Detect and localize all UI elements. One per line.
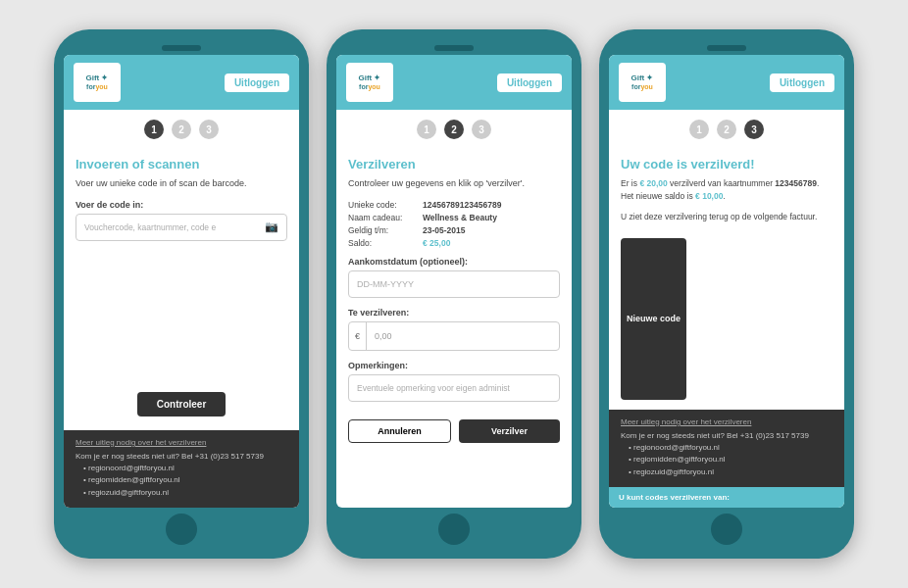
teal-footer-text-3: U kunt codes verzilveren van: xyxy=(619,493,834,502)
teal-footer-3: U kunt codes verzilveren van: xyxy=(609,487,844,508)
cancel-button-2[interactable]: Annuleren xyxy=(348,419,451,443)
logout-button-3[interactable]: Uitloggen xyxy=(770,74,834,92)
footer-calltext-3: Kom je er nog steeds niet uit? Bel +31 (… xyxy=(621,430,832,442)
footer-email2-1: • regiomidden@giftforyou.nl xyxy=(83,474,287,487)
amount-value-2: 0,00 xyxy=(367,325,400,347)
info-row-code: Unieke code: 12456789123456789 xyxy=(348,200,560,210)
remarks-input-2[interactable]: Eventuele opmerking voor eigen administ xyxy=(348,374,560,402)
label-name: Naam cadeau: xyxy=(348,213,417,222)
app-header-3: Gift ✦ foryou Uitloggen xyxy=(609,55,844,110)
steps-bar-1: 1 2 3 xyxy=(64,110,299,147)
value-saldo: € 25,00 xyxy=(423,238,450,248)
step-1-circle-2: 1 xyxy=(417,120,436,139)
remarks-placeholder-2: Eventuele opmerking voor eigen administ xyxy=(357,383,510,393)
new-code-button-3[interactable]: Nieuwe code xyxy=(621,238,686,399)
step-3-circle-1: 3 xyxy=(199,120,219,139)
info-row-date: Geldig t/m: 23-05-2015 xyxy=(348,225,560,235)
value-code: 12456789123456789 xyxy=(423,200,501,210)
logo-for-1: foryou xyxy=(86,83,109,91)
camera-icon-1: 📷 xyxy=(265,220,278,233)
section-desc-1: Voer uw unieke code in of scan de barcod… xyxy=(76,177,287,190)
footer-link-1[interactable]: Meer uitleg nodig over het verzilveren xyxy=(76,438,287,447)
euro-sign-2: € xyxy=(349,322,367,350)
screen-content-1: Invoeren of scannen Voer uw unieke code … xyxy=(64,147,299,430)
success-text-3: Er is € 20,00 verzilverd van kaartnummer… xyxy=(621,177,832,203)
app-header-1: Gift ✦ foryou Uitloggen xyxy=(64,55,299,110)
phone-screen-2: Gift ✦ foryou Uitloggen 1 2 3 Verzilvere… xyxy=(336,55,572,508)
screen-footer-1: Meer uitleg nodig over het verzilveren K… xyxy=(64,430,299,508)
home-button-2[interactable] xyxy=(438,514,470,545)
logo-2: Gift ✦ foryou xyxy=(346,63,393,102)
label-saldo: Saldo: xyxy=(348,238,417,248)
value-date: 23-05-2015 xyxy=(423,225,465,235)
app-header-2: Gift ✦ foryou Uitloggen xyxy=(336,55,572,110)
logo-1: Gift ✦ foryou xyxy=(74,63,121,102)
logout-button-2[interactable]: Uitloggen xyxy=(497,74,562,92)
info-row-name: Naam cadeau: Wellness & Beauty xyxy=(348,213,560,222)
value-name: Wellness & Beauty xyxy=(423,213,497,222)
field-label-1: Voer de code in: xyxy=(76,200,287,210)
phone-top-bar-3 xyxy=(707,45,746,51)
section-desc-2: Controleer uw gegevens en klik op 'verzi… xyxy=(348,177,560,190)
phone-1: Gift ✦ foryou Uitloggen 1 2 3 Invoeren o… xyxy=(54,29,309,559)
screen-content-3: Uw code is verzilverd! Er is € 20,00 ver… xyxy=(609,147,844,410)
step-3-circle-2: 3 xyxy=(472,120,491,139)
amount-label-2: Te verzilveren: xyxy=(348,308,560,318)
step-2-circle-2: 2 xyxy=(444,120,464,139)
steps-bar-3: 1 2 3 xyxy=(609,110,844,147)
label-date: Geldig t/m: xyxy=(348,225,417,235)
logo-foryou-2: foryou xyxy=(359,83,381,91)
screen-footer-3: Meer uitleg nodig over het verzilveren K… xyxy=(609,410,844,487)
date-placeholder-2: DD-MM-YYYY xyxy=(357,279,414,289)
success-text2-3: U ziet deze verzilvering terug op de vol… xyxy=(621,211,832,223)
amount-input-2[interactable]: € 0,00 xyxy=(348,321,560,351)
footer-link-3[interactable]: Meer uitleg nodig over het verzilveren xyxy=(621,417,832,426)
phone-top-bar-1 xyxy=(162,45,201,51)
footer-email1-3: • regionoord@giftforyou.nl xyxy=(629,442,832,455)
screen-content-2: Verzilveren Controleer uw gegevens en kl… xyxy=(336,147,572,508)
action-buttons-2: Annuleren Verzilver xyxy=(348,419,560,443)
phone-3: Gift ✦ foryou Uitloggen 1 2 3 Uw code is… xyxy=(599,29,854,559)
section-title-3: Uw code is verzilverd! xyxy=(621,157,832,172)
logo-3: Gift ✦ foryou xyxy=(619,63,666,102)
check-button-1[interactable]: Controleer xyxy=(137,392,227,416)
logo-gift-3: Gift ✦ xyxy=(631,74,654,83)
date-input-2[interactable]: DD-MM-YYYY xyxy=(348,270,560,298)
section-title-1: Invoeren of scannen xyxy=(76,157,287,172)
phone-2: Gift ✦ foryou Uitloggen 1 2 3 Verzilvere… xyxy=(327,29,581,559)
footer-email2-3: • regiomidden@giftforyou.nl xyxy=(629,454,832,466)
logout-button-1[interactable]: Uitloggen xyxy=(225,74,289,92)
steps-bar-2: 1 2 3 xyxy=(336,110,572,147)
step-1-circle-1: 1 xyxy=(144,120,164,139)
footer-email1-1: • regionoord@giftforyou.nl xyxy=(83,463,287,475)
footer-email3-3: • regiozuid@giftforyou.nl xyxy=(629,466,832,479)
logo-gift-2: Gift ✦ xyxy=(359,74,381,83)
home-button-1[interactable] xyxy=(166,514,197,545)
label-code: Unieke code: xyxy=(348,200,417,210)
logo-foryou-3: foryou xyxy=(631,83,654,91)
step-2-circle-3: 2 xyxy=(717,120,736,139)
phones-container: Gift ✦ foryou Uitloggen 1 2 3 Invoeren o… xyxy=(34,10,874,578)
date-label-2: Aankomstdatum (optioneel): xyxy=(348,257,560,267)
home-button-3[interactable] xyxy=(711,514,742,545)
section-title-2: Verzilveren xyxy=(348,157,560,172)
step-2-circle-1: 2 xyxy=(172,120,191,139)
submit-button-2[interactable]: Verzilver xyxy=(459,419,560,443)
logo-gift-1: Gift ✦ xyxy=(86,74,109,83)
code-input-1[interactable]: Vouchercode, kaartnummer, code e 📷 xyxy=(76,214,287,241)
remarks-label-2: Opmerkingen: xyxy=(348,361,560,370)
phone-top-bar-2 xyxy=(434,45,474,51)
footer-calltext-1: Kom je er nog steeds niet uit? Bel +31 (… xyxy=(76,451,287,463)
step-1-circle-3: 1 xyxy=(689,120,709,139)
footer-email3-1: • regiozuid@giftforyou.nl xyxy=(83,487,287,500)
step-3-circle-3: 3 xyxy=(744,120,764,139)
code-placeholder-1: Vouchercode, kaartnummer, code e xyxy=(84,222,216,232)
phone-screen-1: Gift ✦ foryou Uitloggen 1 2 3 Invoeren o… xyxy=(64,55,299,508)
phone-screen-3: Gift ✦ foryou Uitloggen 1 2 3 Uw code is… xyxy=(609,55,844,508)
info-row-saldo: Saldo: € 25,00 xyxy=(348,238,560,248)
